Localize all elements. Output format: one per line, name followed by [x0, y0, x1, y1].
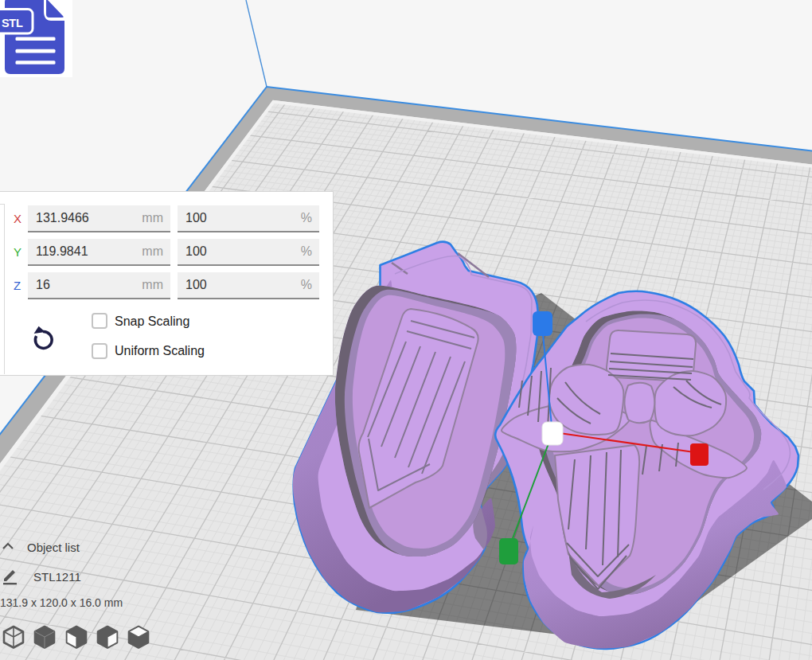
svg-text:STL: STL	[2, 17, 23, 29]
